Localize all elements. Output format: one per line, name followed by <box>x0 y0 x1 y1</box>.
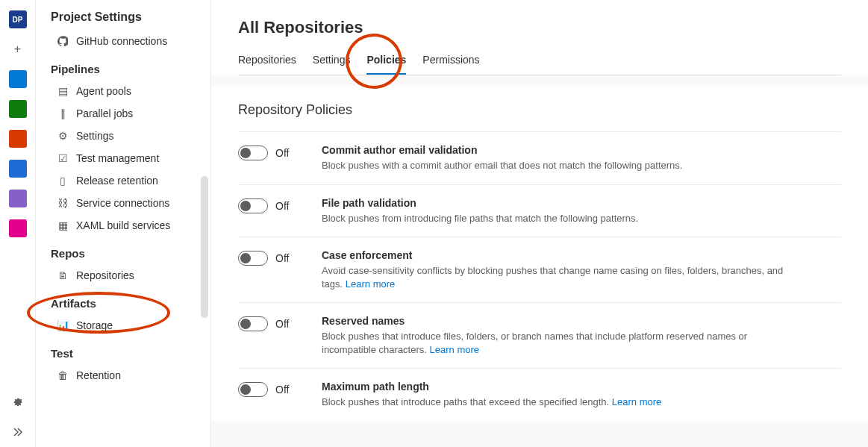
project-badge[interactable]: DP <box>9 10 27 28</box>
rail-artifacts-icon[interactable] <box>9 190 27 207</box>
github-icon <box>57 36 69 46</box>
policy-row: OffFile path validationBlock pushes from… <box>238 184 841 237</box>
policy-description: Block pushes that introduce paths that e… <box>322 396 796 409</box>
toggle-state-label: Off <box>275 318 289 330</box>
policy-title: Reserved names <box>322 315 796 327</box>
nav-retention[interactable]: 🗑Retention <box>36 364 210 387</box>
nav-github-connections[interactable]: GitHub connections <box>36 30 210 52</box>
learn-more-link[interactable]: Learn more <box>430 344 479 355</box>
rail-pipelines-icon[interactable] <box>9 160 27 178</box>
nav-repositories[interactable]: 🗎Repositories <box>36 264 210 287</box>
group-pipelines: Pipelines <box>36 52 210 80</box>
main-content: All Repositories Repositories Settings P… <box>211 0 868 447</box>
rail-extra-icon[interactable] <box>9 219 27 237</box>
project-settings-panel: Project Settings GitHub connections Pipe… <box>36 0 211 447</box>
group-test: Test <box>36 337 210 364</box>
nav-test-management[interactable]: ☑Test management <box>36 147 210 169</box>
policy-toggle[interactable] <box>238 146 268 160</box>
collapse-icon[interactable] <box>9 423 27 441</box>
policy-title: Maximum path length <box>322 381 796 393</box>
settings-gear-icon[interactable] <box>9 393 27 411</box>
policy-description: Block pushes with a commit author email … <box>322 159 796 172</box>
policy-toggle[interactable] <box>238 382 268 397</box>
policy-row: OffCase enforcementAvoid case-sensitivit… <box>238 237 841 302</box>
gear-icon: ⚙ <box>57 130 69 142</box>
learn-more-link[interactable]: Learn more <box>346 278 395 290</box>
policy-description: Avoid case-sensitivity conflicts by bloc… <box>322 264 796 290</box>
storage-icon: 📊 <box>57 319 69 331</box>
left-rail: DP + <box>0 0 36 447</box>
nav-item-label: Storage <box>76 319 113 331</box>
rail-testplans-icon[interactable] <box>9 100 27 118</box>
policy-row: OffMaximum path lengthBlock pushes that … <box>238 368 841 421</box>
project-settings-title: Project Settings <box>36 0 210 30</box>
nav-item-label: Release retention <box>76 175 158 187</box>
nav-parallel-jobs[interactable]: ‖Parallel jobs <box>36 102 210 125</box>
group-repos: Repos <box>36 237 210 264</box>
xaml-icon: ▦ <box>57 219 69 231</box>
nav-item-label: Settings <box>76 130 114 142</box>
panel-title: Repository Policies <box>238 102 841 118</box>
policy-description: Block pushes from introducing file paths… <box>322 212 796 225</box>
tab-settings[interactable]: Settings <box>313 48 351 75</box>
nav-item-label: GitHub connections <box>76 35 167 47</box>
nav-release-retention[interactable]: ▯Release retention <box>36 169 210 192</box>
repo-icon: 🗎 <box>57 269 69 281</box>
rail-repos-icon[interactable] <box>9 130 27 148</box>
scrollbar-thumb[interactable] <box>201 176 208 318</box>
policy-row: OffCommit author email validationBlock p… <box>238 131 841 184</box>
retention-icon: 🗑 <box>57 369 69 381</box>
nav-item-label: Parallel jobs <box>76 107 133 119</box>
tab-repositories[interactable]: Repositories <box>238 48 296 75</box>
rail-boards-icon[interactable] <box>9 70 27 88</box>
tab-permissions[interactable]: Permissions <box>422 48 479 75</box>
policy-title: File path validation <box>322 197 796 209</box>
release-icon: ▯ <box>57 175 69 187</box>
toggle-state-label: Off <box>275 252 289 264</box>
tab-policies[interactable]: Policies <box>366 48 406 75</box>
nav-item-label: Retention <box>76 369 121 381</box>
toggle-state-label: Off <box>275 384 289 396</box>
policy-toggle[interactable] <box>238 251 268 266</box>
test-icon: ☑ <box>57 152 69 164</box>
policy-toggle[interactable] <box>238 199 268 213</box>
nav-item-label: Repositories <box>76 269 134 281</box>
pool-icon: ▤ <box>57 85 69 97</box>
parallel-icon: ‖ <box>57 107 69 119</box>
add-icon[interactable]: + <box>9 40 27 58</box>
policy-description: Block pushes that introduce files, folde… <box>322 330 796 356</box>
nav-xaml-build[interactable]: ▦XAML build services <box>36 214 210 237</box>
nav-item-label: Service connections <box>76 197 169 209</box>
nav-item-label: Test management <box>76 152 159 164</box>
policy-title: Commit author email validation <box>322 144 796 156</box>
service-icon: ⛓ <box>57 197 69 209</box>
nav-item-label: XAML build services <box>76 219 170 231</box>
repository-policies-panel: Repository Policies OffCommit author ema… <box>211 86 868 421</box>
tabs: Repositories Settings Policies Permissio… <box>238 48 841 75</box>
policy-row: OffReserved namesBlock pushes that intro… <box>238 302 841 368</box>
nav-settings[interactable]: ⚙Settings <box>36 125 210 147</box>
policy-toggle[interactable] <box>238 316 268 331</box>
nav-item-label: Agent pools <box>76 85 131 97</box>
page-title: All Repositories <box>238 18 841 37</box>
policy-title: Case enforcement <box>322 249 796 261</box>
toggle-state-label: Off <box>275 200 289 212</box>
nav-agent-pools[interactable]: ▤Agent pools <box>36 80 210 102</box>
learn-more-link[interactable]: Learn more <box>612 396 661 407</box>
nav-storage[interactable]: 📊Storage <box>36 314 210 337</box>
group-artifacts: Artifacts <box>36 287 210 314</box>
nav-service-connections[interactable]: ⛓Service connections <box>36 192 210 214</box>
toggle-state-label: Off <box>275 147 289 159</box>
